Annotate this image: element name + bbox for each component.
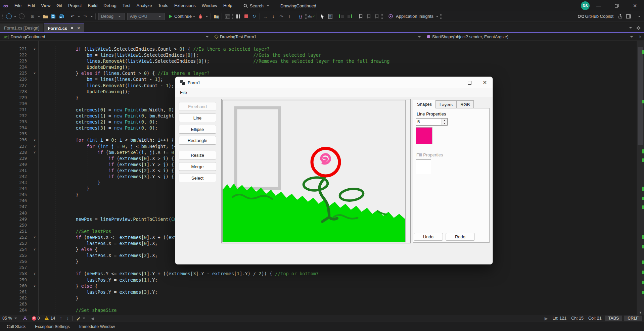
menu-extensions[interactable]: Extensions — [171, 0, 199, 11]
merge-tool-button[interactable]: Merge — [179, 162, 216, 171]
code-line-225[interactable]: 225∨ } else if (lines.Count > 0) { //Is … — [0, 70, 637, 76]
break-all-icon[interactable] — [234, 12, 242, 21]
menu-file[interactable]: File — [11, 0, 25, 11]
bookmark-overflow-dots[interactable] — [381, 14, 383, 19]
redo-caret-icon[interactable] — [90, 16, 93, 17]
copilot-panel-icon[interactable] — [624, 12, 632, 21]
menu-debug[interactable]: Debug — [100, 0, 119, 11]
spell-check-icon[interactable]: abc✓ — [307, 12, 315, 21]
format-outdent-icon[interactable] — [346, 12, 354, 21]
new-project-caret-icon[interactable] — [38, 16, 40, 17]
line-width-value[interactable]: 5 — [416, 119, 442, 125]
close-tab-icon[interactable]: ✕ — [77, 26, 80, 31]
code-line-264[interactable]: 264 //Set shapeSize — [0, 307, 637, 313]
pointer-mode-icon[interactable] — [318, 12, 326, 21]
github-copilot-label[interactable]: GitHub Copilot — [585, 14, 613, 19]
show-next-statement-icon[interactable]: → — [261, 12, 269, 21]
insights-overflow-dots[interactable] — [440, 14, 442, 19]
code-line-224[interactable]: 224 UpdateDrawing(); — [0, 64, 637, 70]
rectangle-tool-button[interactable]: Rectangle — [179, 136, 216, 145]
application-insights-caret-icon[interactable] — [436, 16, 439, 17]
redo-button[interactable]: Redo — [446, 233, 475, 241]
tab-list-chevron-icon[interactable] — [629, 27, 632, 29]
panel-tab-immediate-window[interactable]: Immediate Window — [75, 323, 119, 330]
menu-analyze[interactable]: Analyze — [133, 0, 155, 11]
form-tab-layers[interactable]: Layers — [435, 100, 457, 108]
hot-reload-icon[interactable] — [196, 12, 204, 21]
panel-tab-exception-settings[interactable]: Exception Settings — [31, 323, 74, 330]
split-editor-icon[interactable]: ⊧ — [637, 35, 644, 39]
zoom-control[interactable]: 85 % — [0, 315, 20, 322]
navigate-back-caret-icon[interactable] — [14, 16, 16, 17]
code-line-261[interactable]: 261 lastPos.Y = extremes[3].Y; — [0, 289, 637, 295]
member-dropdown[interactable]: StartShape(object? sender, EventArgs e) — [424, 33, 637, 40]
previous-bookmark-icon[interactable] — [365, 12, 373, 21]
error-badge[interactable]: ✕ 0 — [30, 315, 42, 322]
resize-tool-button[interactable]: Resize — [179, 151, 216, 159]
line-width-stepper[interactable]: 5 ▲ ▼ — [416, 118, 448, 126]
panel-tab-call-stack[interactable]: Call Stack — [3, 323, 30, 330]
minimize-button[interactable]: — — [590, 0, 608, 11]
find-in-files-icon[interactable] — [212, 12, 220, 21]
search-control[interactable]: Search — [241, 2, 273, 9]
next-bookmark-icon[interactable] — [373, 12, 381, 21]
restart-debug-icon[interactable]: ↻ — [250, 12, 258, 21]
diagnostics-overflow-dots[interactable] — [305, 14, 307, 19]
column-indicator[interactable]: Col: 21 — [586, 315, 604, 322]
new-project-icon[interactable]: ⊞ — [29, 12, 37, 21]
bookmark-icon[interactable] — [357, 12, 365, 21]
code-line-263[interactable]: 263 — [0, 301, 637, 307]
stepper-up-icon[interactable]: ▲ — [442, 119, 447, 122]
form-tab-shapes[interactable]: Shapes — [413, 100, 436, 108]
doc-tab-form1-cs-design-[interactable]: Form1.cs [Design] — [0, 23, 43, 32]
github-copilot-icon[interactable] — [577, 12, 585, 21]
copilot-share-icon[interactable] — [616, 12, 624, 21]
save-all-icon[interactable] — [57, 12, 65, 21]
application-insights-icon[interactable] — [386, 12, 395, 21]
navigate-forward-icon[interactable]: → — [17, 12, 26, 21]
warning-badge[interactable]: 14 — [42, 315, 57, 322]
code-line-262[interactable]: 262 } — [0, 295, 637, 301]
code-line-222[interactable]: 222 bm = lines[listView1.SelectedIndices… — [0, 52, 637, 58]
line-tool-button[interactable]: Line — [179, 113, 216, 122]
toolbar-overflow-dots[interactable] — [232, 14, 233, 19]
freehand-tool-button[interactable]: Freehand — [179, 102, 216, 111]
menu-help[interactable]: Help — [220, 0, 235, 11]
platform-dropdown[interactable]: Any CPU — [127, 13, 165, 20]
line-indicator[interactable]: Ln: 121 — [550, 315, 569, 322]
step-out-icon[interactable]: ↑ — [285, 12, 293, 21]
stop-debug-icon[interactable] — [242, 12, 250, 21]
expand-right-icon[interactable]: ▶ — [542, 315, 550, 322]
open-file-icon[interactable] — [41, 12, 49, 21]
menu-tools[interactable]: Tools — [155, 0, 171, 11]
code-line-221[interactable]: 221∨ if (listView1.SelectedIndices.Count… — [0, 46, 637, 52]
toolbar-options-icon[interactable] — [638, 16, 641, 17]
undo-caret-icon[interactable] — [78, 16, 80, 17]
redo-icon[interactable]: ↷ — [81, 12, 89, 21]
hot-reload-caret-icon[interactable] — [205, 16, 208, 17]
code-line-260[interactable]: 260∨ } else { — [0, 283, 637, 289]
menu-test[interactable]: Test — [120, 0, 134, 11]
highlight-pen-icon[interactable] — [74, 315, 89, 322]
project-dropdown[interactable]: C# DrawingContinued — [0, 33, 212, 40]
restore-button[interactable] — [608, 0, 626, 11]
live-share-icon[interactable] — [20, 315, 30, 322]
scrollbar-thumb[interactable] — [638, 47, 643, 145]
menu-view[interactable]: View — [38, 0, 53, 11]
code-line-259[interactable]: 259 lastPos.Y = extremes[1].Y; — [0, 277, 637, 283]
toolbar-grip[interactable] — [1, 14, 5, 19]
menu-project[interactable]: Project — [65, 0, 85, 11]
drawing-canvas[interactable] — [222, 100, 406, 242]
undo-icon[interactable]: ↶ — [68, 12, 77, 21]
code-line-257[interactable]: 257 — [0, 265, 637, 271]
continue-button[interactable]: Continue — [166, 12, 192, 21]
diagnostics-icon[interactable]: {} — [296, 12, 305, 21]
output-window-icon[interactable] — [223, 12, 231, 21]
form-tab-rgb[interactable]: RGB — [456, 100, 474, 108]
document-outline-icon[interactable] — [326, 12, 334, 21]
editor-scrollbar[interactable]: ▼ — [637, 41, 644, 315]
fill-color-swatch[interactable] — [416, 159, 431, 174]
collapse-left-icon[interactable]: ◀ — [89, 315, 97, 322]
menu-git[interactable]: Git — [53, 0, 65, 11]
application-insights-label[interactable]: Application Insights — [396, 14, 433, 19]
